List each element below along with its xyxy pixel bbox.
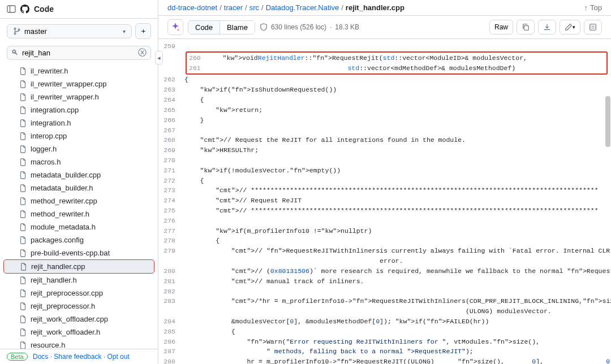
- code-line[interactable]: 272 {: [158, 176, 611, 186]
- file-tree[interactable]: il_rewriter.hil_rewriter_wrapper.cppil_r…: [0, 64, 158, 349]
- optout-link[interactable]: Opt out: [107, 353, 129, 361]
- file-icon: [19, 80, 27, 88]
- file-item[interactable]: module_metadata.h: [3, 220, 154, 233]
- copy-button[interactable]: [517, 20, 535, 34]
- code-line[interactable]: 279 "cmt">// "fn">RequestReJITWithInline…: [158, 246, 611, 266]
- file-item[interactable]: integration.cpp: [3, 103, 154, 116]
- code-line[interactable]: 274 "cmt">// Request ReJIT: [158, 196, 611, 206]
- breadcrumb: dd-trace-dotnet/tracer/src/Datadog.Trace…: [158, 0, 611, 16]
- code-line[interactable]: 277 "kw">if (m_profilerInfo10 != "kw">nu…: [158, 226, 611, 236]
- file-item[interactable]: resource.h: [3, 339, 154, 349]
- edit-button[interactable]: ▾: [560, 20, 580, 34]
- file-item[interactable]: rejit_preprocessor.cpp: [3, 287, 154, 300]
- breadcrumb-link[interactable]: dd-trace-dotnet: [167, 3, 217, 12]
- code-line[interactable]: 263 "kw">if ("fn">IsShutdownRequested()): [158, 85, 611, 95]
- git-branch-icon: [13, 27, 21, 35]
- clear-search-icon[interactable]: ⓧ: [138, 47, 147, 58]
- code-viewer[interactable]: 259260 "kw">void RejitHandler::"fn">Requ…: [158, 39, 611, 364]
- file-icon: [19, 184, 27, 192]
- file-item[interactable]: metadata_builder.cpp: [3, 168, 154, 181]
- code-line[interactable]: 273 "cmt">// ***************************…: [158, 185, 611, 196]
- code-line[interactable]: 286 "fn">Warn("Error requesting ReJITWit…: [158, 337, 611, 347]
- code-line[interactable]: 281 "cmt">// manual track of inliners.: [158, 276, 611, 287]
- code-line[interactable]: 259: [158, 41, 611, 51]
- file-icon: [19, 249, 27, 257]
- file-item[interactable]: rejit_work_offloader.h: [3, 326, 154, 339]
- file-item[interactable]: rejit_handler.cpp: [3, 259, 154, 274]
- file-search-input[interactable]: [7, 46, 151, 60]
- raw-button[interactable]: Raw: [489, 20, 513, 34]
- file-item[interactable]: method_rewriter.h: [3, 207, 154, 220]
- code-line[interactable]: 276: [158, 216, 611, 226]
- search-icon: 🔍︎: [11, 49, 18, 57]
- code-line[interactable]: 262{: [158, 75, 611, 85]
- file-icon: [19, 145, 27, 153]
- code-line[interactable]: 278 {: [158, 236, 611, 246]
- file-item[interactable]: rejit_preprocessor.h: [3, 300, 154, 313]
- code-line[interactable]: 260 "kw">void RejitHandler::"fn">Request…: [189, 53, 604, 63]
- svg-point-3: [14, 33, 16, 34]
- file-item[interactable]: integration.h: [3, 116, 154, 129]
- sidebar-title: Code: [34, 5, 54, 14]
- file-item[interactable]: metadata_builder.h: [3, 181, 154, 194]
- tab-blame[interactable]: Blame: [220, 21, 255, 34]
- code-line[interactable]: 280 "cmt">// (0x80131506)` more research…: [158, 266, 611, 276]
- file-icon: [19, 119, 27, 127]
- file-item[interactable]: rejit_work_offloader.cpp: [3, 313, 154, 326]
- shield-icon: [260, 23, 268, 31]
- breadcrumb-link[interactable]: Datadog.Tracer.Native: [266, 3, 339, 12]
- file-icon: [19, 93, 27, 101]
- code-line[interactable]: 269 "kw">HRESULT hr;: [158, 145, 611, 155]
- file-icon: [19, 328, 27, 336]
- tab-code[interactable]: Code: [188, 21, 220, 34]
- file-item[interactable]: method_rewriter.cpp: [3, 194, 154, 207]
- file-item[interactable]: rejit_handler.h: [3, 274, 154, 287]
- file-icon: [19, 197, 27, 205]
- code-line[interactable]: 266 }: [158, 115, 611, 125]
- code-line[interactable]: 264 {: [158, 95, 611, 105]
- add-file-button[interactable]: ＋: [135, 23, 151, 39]
- code-line[interactable]: 287 " methods, falling back to a normal …: [158, 346, 611, 357]
- code-line[interactable]: 282: [158, 287, 611, 297]
- file-item[interactable]: logger.h: [3, 142, 154, 155]
- code-line[interactable]: 268 "cmt">// Request the ReJIT for all i…: [158, 135, 611, 145]
- breadcrumb-link[interactable]: tracer: [224, 3, 243, 12]
- code-line[interactable]: 288 hr = m_profilerInfo10->"fn">RequestR…: [158, 357, 611, 364]
- code-line[interactable]: 283 "cmt">/*hr = m_profilerInfo10->"fn">…: [158, 296, 611, 317]
- file-item[interactable]: macros.h: [3, 155, 154, 168]
- file-icon: [19, 210, 27, 218]
- code-line[interactable]: 261 std::vector<mdMethodDef>& modulesMet…: [189, 63, 604, 73]
- file-item[interactable]: packages.config: [3, 233, 154, 246]
- code-line[interactable]: 285 {: [158, 327, 611, 337]
- docs-link[interactable]: Docs: [33, 353, 48, 361]
- breadcrumb-link[interactable]: src: [249, 3, 259, 12]
- sidebar-toggle-icon[interactable]: [7, 5, 16, 14]
- file-item[interactable]: il_rewriter_wrapper.h: [3, 90, 154, 103]
- file-item[interactable]: il_rewriter_wrapper.cpp: [3, 77, 154, 90]
- svg-point-4: [18, 29, 20, 31]
- code-line[interactable]: 271 "kw">if (!modulesVector."fn">empty()…: [158, 166, 611, 176]
- top-button[interactable]: ↑ Top: [584, 3, 602, 12]
- beta-badge: Beta: [7, 353, 28, 361]
- file-item[interactable]: pre-build-events-cpp.bat: [3, 246, 154, 259]
- svg-rect-5: [524, 25, 528, 30]
- code-line[interactable]: 270: [158, 155, 611, 166]
- file-icon: [19, 223, 27, 231]
- file-item[interactable]: il_rewriter.h: [3, 64, 154, 77]
- svg-point-2: [14, 28, 16, 29]
- file-item[interactable]: interop.cpp: [3, 129, 154, 142]
- symbols-button[interactable]: [584, 20, 602, 34]
- code-line[interactable]: 265 "kw">return;: [158, 105, 611, 115]
- code-line[interactable]: 275 "cmt">// ***************************…: [158, 206, 611, 216]
- feedback-link[interactable]: Share feedback: [54, 353, 101, 361]
- code-line[interactable]: 267: [158, 125, 611, 136]
- scrollbar-thumb[interactable]: [605, 96, 610, 147]
- copilot-button[interactable]: [167, 19, 183, 35]
- download-button[interactable]: [538, 20, 556, 34]
- sidebar-collapse-icon[interactable]: ◂: [155, 51, 163, 64]
- download-icon: [543, 23, 551, 31]
- file-icon: [19, 158, 27, 166]
- file-icon: [19, 276, 27, 284]
- branch-selector[interactable]: master ▾: [7, 24, 132, 38]
- code-line[interactable]: 284 &modulesVector[0], &modulesMethodDef…: [158, 317, 611, 327]
